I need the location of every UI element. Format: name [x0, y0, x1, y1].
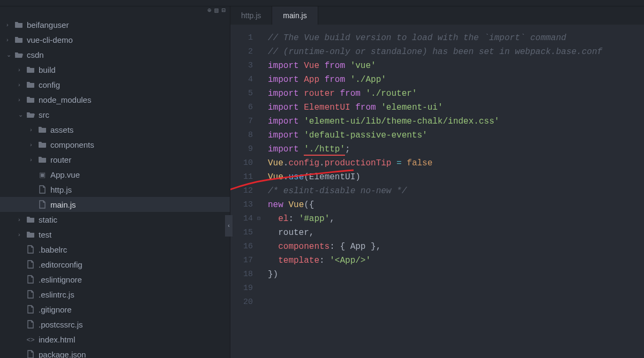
- line-number: 17: [230, 254, 258, 268]
- collapse-icon[interactable]: ⊟: [222, 6, 226, 14]
- tree-file[interactable]: main.js: [0, 197, 230, 212]
- line-gutter: 1234567891011121314151617181920: [230, 25, 258, 358]
- tree-folder[interactable]: ›assets: [0, 122, 230, 137]
- line-number: 3: [230, 59, 258, 73]
- tree-item-label: assets: [50, 125, 73, 134]
- list-icon[interactable]: ▤: [215, 6, 219, 14]
- folder-icon: [26, 66, 35, 73]
- code-line[interactable]: template: '<App/>': [268, 254, 644, 268]
- code-line[interactable]: }): [268, 268, 644, 281]
- line-number: 7: [230, 115, 258, 128]
- tree-folder[interactable]: ›router: [0, 152, 230, 167]
- line-number: 5: [230, 87, 258, 101]
- file-icon: [26, 290, 35, 299]
- code-line[interactable]: new Vue({: [268, 198, 644, 212]
- tree-file[interactable]: http.js: [0, 182, 230, 197]
- tree-file[interactable]: .gitignore: [0, 302, 230, 317]
- chevron-icon: ›: [18, 66, 24, 73]
- tree-folder[interactable]: ›static: [0, 212, 230, 227]
- folder-icon: [26, 81, 35, 88]
- line-number: 19: [230, 281, 258, 295]
- code-body[interactable]: // The Vue build version to load with th…: [258, 25, 644, 358]
- tree-folder[interactable]: ›components: [0, 137, 230, 152]
- tree-item-label: node_modules: [39, 95, 91, 104]
- tree-file[interactable]: package.json: [0, 347, 230, 358]
- code-line[interactable]: Vue.config.productionTip = false: [268, 156, 644, 170]
- tree-file[interactable]: <>index.html: [0, 332, 230, 347]
- html-icon: <>: [26, 336, 35, 344]
- file-icon: [26, 305, 35, 314]
- tree-folder[interactable]: ›node_modules: [0, 92, 230, 107]
- tree-folder[interactable]: ⌄src: [0, 107, 230, 122]
- tree-folder[interactable]: ›config: [0, 77, 230, 92]
- tree-file[interactable]: .eslintignore: [0, 272, 230, 287]
- add-icon[interactable]: ⊕: [207, 6, 211, 14]
- chevron-icon: ›: [30, 156, 35, 163]
- code-line[interactable]: Vue.use(ElementUI): [268, 170, 644, 184]
- tree-item-label: beifanguser: [27, 20, 69, 29]
- chevron-icon: ›: [30, 126, 35, 133]
- tree-file[interactable]: .babelrc: [0, 242, 230, 257]
- top-bar: [0, 0, 644, 6]
- file-icon: [26, 275, 35, 284]
- tree-folder[interactable]: ›build: [0, 62, 230, 77]
- file-explorer: ⊕ ▤ ⊟ ›beifanguser›vue-cli-demo⌄csdn›bui…: [0, 6, 230, 358]
- tree-file[interactable]: .postcssrc.js: [0, 317, 230, 332]
- tree-item-label: App.vue: [50, 170, 80, 179]
- file-icon: [26, 350, 35, 358]
- chevron-icon: ›: [18, 231, 24, 238]
- code-line[interactable]: // (runtime-only or standalone) has been…: [268, 45, 644, 59]
- file-icon: [26, 245, 35, 254]
- editor-tab[interactable]: http.js: [230, 6, 272, 25]
- folder-open-icon: [26, 111, 35, 118]
- line-number: 1: [230, 31, 258, 45]
- tree-item-label: vue-cli-demo: [27, 35, 73, 44]
- chevron-icon: ›: [18, 216, 24, 223]
- tree-folder[interactable]: ›beifanguser: [0, 17, 230, 32]
- tree-folder[interactable]: ⌄csdn: [0, 47, 230, 62]
- code-line[interactable]: import 'default-passive-events': [268, 128, 644, 142]
- file-icon: [26, 260, 35, 269]
- code-line[interactable]: /* eslint-disable no-new */: [268, 184, 644, 198]
- chevron-icon: ⌄: [6, 51, 12, 58]
- editor-tabs: http.jsmain.js: [230, 6, 644, 25]
- folder-icon: [38, 156, 47, 163]
- chevron-icon: ›: [18, 96, 24, 103]
- folder-icon: [14, 36, 24, 43]
- tree-item-label: main.js: [50, 200, 76, 209]
- chevron-icon: ›: [6, 21, 12, 28]
- line-number: 14: [230, 212, 258, 226]
- tree-item-label: src: [39, 110, 49, 119]
- folder-icon: [26, 96, 35, 103]
- tree-item-label: .postcssrc.js: [39, 320, 83, 329]
- file-icon: [26, 320, 35, 329]
- tree-file[interactable]: .editorconfig: [0, 257, 230, 272]
- code-line[interactable]: // The Vue build version to load with th…: [268, 31, 644, 45]
- tree-folder[interactable]: ›vue-cli-demo: [0, 32, 230, 47]
- folder-icon: [14, 21, 24, 28]
- tree-item-label: router: [50, 155, 71, 164]
- code-line[interactable]: import './http';: [268, 142, 644, 156]
- code-line[interactable]: import App from './App': [268, 73, 644, 87]
- line-number: 9: [230, 142, 258, 156]
- code-line[interactable]: router,: [268, 226, 644, 240]
- line-number: 12: [230, 184, 258, 198]
- folder-icon: [38, 141, 47, 148]
- line-number: 20: [230, 295, 258, 309]
- code-line[interactable]: import 'element-ui/lib/theme-chalk/index…: [268, 115, 644, 128]
- tree-folder[interactable]: ›test: [0, 227, 230, 242]
- folder-icon: [38, 126, 47, 133]
- tree-file[interactable]: ▣App.vue: [0, 167, 230, 182]
- code-line[interactable]: components: { App },: [268, 240, 644, 254]
- folder-open-icon: [14, 51, 24, 58]
- tree-item-label: static: [39, 215, 57, 224]
- sidebar-toolbar: ⊕ ▤ ⊟: [207, 6, 226, 14]
- tree-file[interactable]: .eslintrc.js: [0, 287, 230, 302]
- code-line[interactable]: el: '#app',: [268, 212, 644, 226]
- code-line[interactable]: import Vue from 'vue': [268, 59, 644, 73]
- line-number: 6: [230, 101, 258, 115]
- editor-tab[interactable]: main.js: [272, 6, 318, 25]
- chevron-icon: ›: [6, 36, 12, 43]
- code-line[interactable]: import router from './router': [268, 87, 644, 101]
- code-line[interactable]: import ElementUI from 'element-ui': [268, 101, 644, 115]
